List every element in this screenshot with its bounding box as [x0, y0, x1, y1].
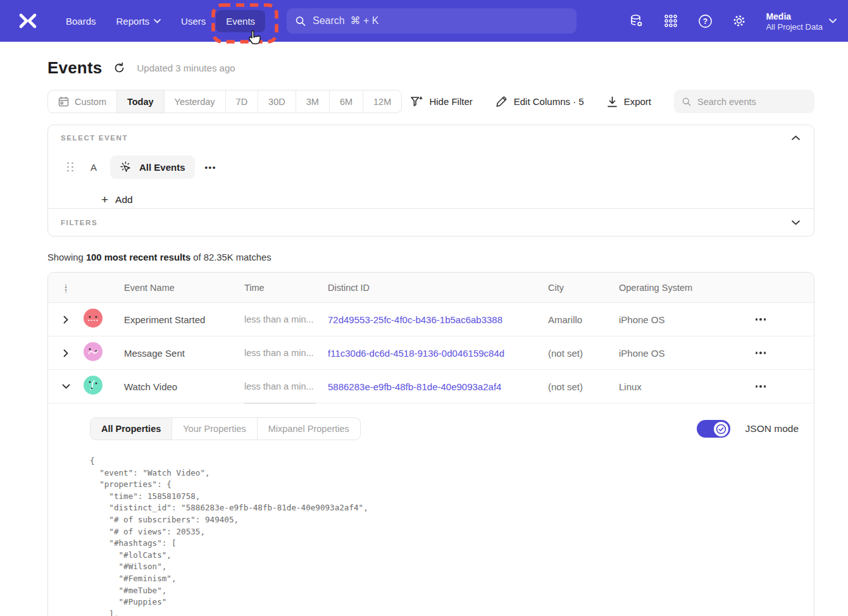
search-events-input[interactable]: [697, 97, 806, 107]
date-range-picker: Custom Today Yesterday 7D 30D 3M 6M 12M: [47, 90, 402, 113]
row-overflow-icon[interactable]: [752, 318, 814, 320]
settings-gear-icon[interactable]: [732, 13, 747, 28]
event-avatar: [84, 342, 109, 364]
row-overflow-icon[interactable]: [752, 385, 814, 387]
date-option-3m[interactable]: 3M: [296, 90, 330, 113]
results-prefix: Showing: [47, 252, 86, 262]
json-line: ],: [90, 608, 799, 616]
refresh-icon[interactable]: [113, 62, 125, 74]
expand-row-icon[interactable]: [48, 349, 84, 357]
tab-your-properties[interactable]: Your Properties: [172, 418, 257, 440]
event-detail-panel: All Properties Your Properties Mixpanel …: [48, 403, 814, 616]
filters-section-toggle[interactable]: FILTERS: [48, 208, 814, 236]
hide-filter-button[interactable]: Hide Filter: [410, 96, 472, 108]
collapse-chevron-up-icon[interactable]: [792, 135, 800, 140]
col-operating-system: Operating System: [619, 283, 752, 293]
nav-item-users[interactable]: Users: [171, 10, 216, 32]
date-option-today[interactable]: Today: [117, 90, 165, 113]
select-event-label: SELECT EVENT: [61, 134, 128, 142]
date-option-custom[interactable]: Custom: [48, 90, 117, 113]
navbar-right: ? Media All Project Data: [629, 11, 837, 32]
nav-label: Users: [181, 16, 206, 27]
column-divider: [244, 403, 316, 403]
plus-icon: +: [101, 195, 108, 204]
json-line: "properties": {: [90, 479, 799, 491]
expand-chevron-down-icon: [792, 220, 800, 225]
apps-grid-icon[interactable]: [663, 13, 678, 28]
nav-item-boards[interactable]: Boards: [56, 10, 106, 32]
page-header: Events Updated 3 minutes ago: [47, 58, 235, 78]
json-line: "# of subscribers": 949405,: [90, 514, 799, 526]
distinct-id-link[interactable]: 72d49553-25fc-4f0c-b436-1b5ac6ab3388: [328, 314, 548, 325]
date-option-7d[interactable]: 7D: [226, 90, 259, 113]
tab-mixpanel-properties[interactable]: Mixpanel Properties: [258, 418, 360, 440]
event-row-overflow-icon[interactable]: •••: [205, 163, 216, 172]
col-distinct-id: Distinct ID: [328, 283, 548, 293]
results-summary: Showing 100 most recent results of 82.35…: [47, 252, 271, 262]
event-name: Message Sent: [109, 348, 244, 359]
add-event-label: Add: [115, 194, 133, 206]
json-line: "#Puppies": [90, 596, 799, 608]
date-option-label: Today: [127, 97, 154, 107]
nav-item-events[interactable]: Events: [216, 10, 265, 32]
nav-label: Reports: [116, 16, 150, 27]
mixpanel-logo-icon[interactable]: [14, 13, 42, 29]
date-option-yesterday[interactable]: Yesterday: [165, 90, 226, 113]
table-toolbar: Hide Filter Edit Columns · 5 Export: [410, 90, 814, 113]
json-line: "#lolCats",: [90, 550, 799, 562]
date-option-label: 3M: [306, 97, 319, 107]
event-chip-label: All Events: [139, 162, 185, 173]
results-count: 100 most recent results: [86, 252, 190, 262]
json-line: "#meTube",: [90, 585, 799, 597]
event-selector-chip[interactable]: All Events: [110, 156, 195, 179]
help-icon[interactable]: ?: [697, 13, 713, 28]
json-line: "#Feminism",: [90, 573, 799, 585]
edit-columns-label: Edit Columns · 5: [514, 96, 584, 107]
event-os: iPhone OS: [619, 348, 752, 359]
json-line: "#hashtags": [: [90, 538, 799, 550]
table-row[interactable]: Message Sent less than a min... f11c30d6…: [48, 336, 814, 370]
add-event-button[interactable]: + Add: [101, 194, 814, 206]
hide-filter-label: Hide Filter: [429, 96, 472, 107]
table-header-row: ↓↑ Event Name Time Distinct ID City Oper…: [48, 273, 814, 303]
download-icon: [607, 96, 618, 108]
sort-collapse-icon[interactable]: ↓↑: [48, 283, 84, 293]
json-line: "distinct_id": "5886283e-e9fb-48fb-81de-…: [90, 502, 799, 514]
edit-columns-button[interactable]: Edit Columns · 5: [496, 95, 584, 108]
data-management-icon[interactable]: [629, 13, 644, 28]
drag-handle[interactable]: [67, 163, 74, 173]
json-mode-toggle[interactable]: [697, 420, 730, 438]
date-option-30d[interactable]: 30D: [258, 90, 296, 113]
event-city: (not set): [548, 348, 619, 359]
date-option-label: Yesterday: [175, 97, 215, 107]
table-row[interactable]: Experiment Started less than a min... 72…: [48, 303, 814, 336]
nav-item-reports[interactable]: Reports: [106, 10, 171, 32]
export-button[interactable]: Export: [607, 96, 651, 108]
date-option-label: 7D: [236, 97, 248, 107]
global-search[interactable]: [287, 8, 577, 34]
search-events-box[interactable]: [674, 90, 814, 113]
date-option-6m[interactable]: 6M: [330, 90, 363, 113]
event-name: Experiment Started: [109, 314, 244, 325]
tab-all-properties[interactable]: All Properties: [90, 418, 172, 440]
date-option-12m[interactable]: 12M: [363, 90, 401, 113]
nav-label: Events: [226, 16, 255, 27]
col-event-name: Event Name: [109, 283, 244, 293]
json-line: "time": 1585810758,: [90, 491, 799, 503]
project-switcher[interactable]: Media All Project Data: [766, 11, 837, 32]
last-updated-text: Updated 3 minutes ago: [137, 63, 235, 73]
event-name: Watch Video: [109, 381, 244, 392]
row-overflow-icon[interactable]: [752, 352, 814, 354]
collapse-row-icon[interactable]: [48, 384, 84, 389]
table-row-expanded[interactable]: Watch Video less than a min... 5886283e-…: [48, 370, 814, 403]
expand-row-icon[interactable]: [48, 316, 84, 324]
properties-tabs: All Properties Your Properties Mixpanel …: [90, 417, 361, 440]
event-time: less than a min...: [244, 381, 328, 391]
query-builder-card: SELECT EVENT A All Events ••• +: [47, 125, 814, 237]
event-sparkle-cursor-icon: [120, 161, 133, 174]
json-line: "# of views": 20535,: [90, 526, 799, 538]
distinct-id-link[interactable]: 5886283e-e9fb-48fb-81de-40e9093a2af4: [328, 381, 548, 392]
event-city: (not set): [548, 381, 619, 392]
global-search-input[interactable]: [313, 15, 568, 27]
distinct-id-link[interactable]: f11c30d6-dc6d-4518-9136-0d046159c84d: [328, 348, 548, 359]
